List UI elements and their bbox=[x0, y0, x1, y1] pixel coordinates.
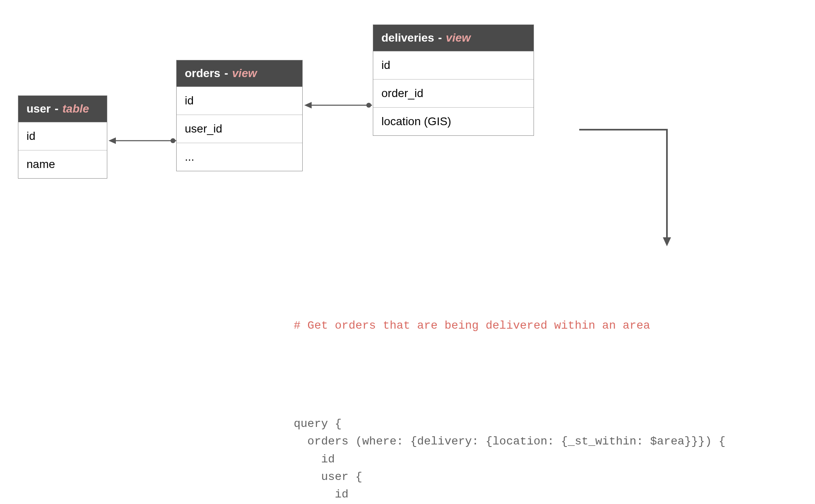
entity-orders-row-id: id bbox=[177, 87, 302, 115]
entity-user-row-id: id bbox=[18, 122, 107, 150]
entity-deliveries-type: view bbox=[446, 31, 471, 44]
entity-orders-row-userid: user_id bbox=[177, 115, 302, 143]
entity-orders-header: orders - view bbox=[177, 60, 302, 87]
svg-marker-2 bbox=[109, 137, 116, 144]
svg-point-4 bbox=[366, 103, 371, 108]
entity-deliveries-row-orderid: order_id bbox=[373, 80, 534, 108]
entity-user-header: user - table bbox=[18, 96, 107, 122]
entity-deliveries-row-location: location (GIS) bbox=[373, 108, 534, 135]
entity-orders-type: view bbox=[232, 67, 257, 80]
arrow-orders-to-user bbox=[107, 135, 177, 147]
code-body: query { orders (where: {delivery: {locat… bbox=[294, 415, 726, 504]
entity-deliveries-row-id: id bbox=[373, 51, 534, 80]
svg-marker-6 bbox=[663, 237, 671, 246]
entity-user-dash: - bbox=[51, 102, 62, 115]
entity-deliveries-header: deliveries - view bbox=[373, 25, 534, 51]
entity-orders-name: orders bbox=[185, 67, 220, 80]
code-comment: # Get orders that are being delivered wi… bbox=[294, 317, 726, 334]
entity-user-type: table bbox=[62, 102, 89, 115]
svg-point-1 bbox=[171, 138, 175, 143]
entity-orders-dash: - bbox=[221, 67, 231, 80]
arrow-deliveries-to-orders bbox=[303, 99, 373, 111]
entity-user-name: user bbox=[27, 102, 51, 115]
entity-orders: orders - view id user_id ... bbox=[176, 60, 303, 171]
svg-marker-5 bbox=[304, 102, 312, 108]
entity-user-row-name: name bbox=[18, 150, 107, 178]
code-block: # Get orders that are being delivered wi… bbox=[294, 281, 726, 504]
entity-user: user - table id name bbox=[18, 95, 107, 179]
arrow-to-query bbox=[579, 126, 673, 249]
entity-deliveries-dash: - bbox=[435, 31, 445, 44]
entity-deliveries: deliveries - view id order_id location (… bbox=[373, 24, 534, 136]
entity-deliveries-name: deliveries bbox=[381, 31, 434, 44]
entity-orders-row-more: ... bbox=[177, 143, 302, 171]
